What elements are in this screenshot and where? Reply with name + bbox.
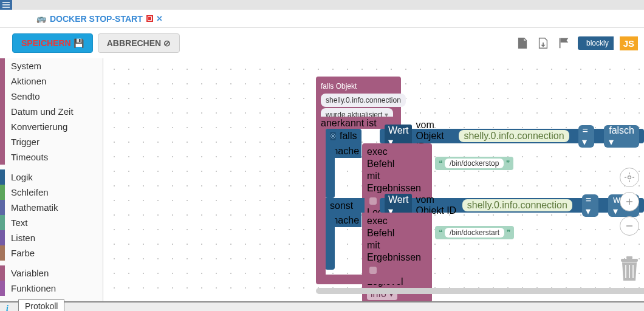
category-color-bar [0,58,5,73]
svg-point-0 [332,135,334,137]
svg-rect-2 [621,259,638,262]
zoom-out-button[interactable] [620,216,639,236]
category-label: Schleifen [11,187,49,197]
flag-icon[interactable] [557,36,570,50]
bus-icon: 🚌 [36,14,46,23]
category-label: Sendto [11,91,40,101]
svg-rect-3 [626,256,632,259]
category-label: Konvertierung [11,121,67,132]
block-else-if[interactable]: sonst falls [325,198,365,213]
info-icon[interactable]: i [6,304,9,311]
import-icon[interactable] [536,36,550,50]
category-color-bar [0,265,5,281]
category-item[interactable]: Timeouts [0,149,103,165]
close-icon[interactable]: × [157,13,162,24]
category-label: Farbe [11,248,35,258]
category-label: Aktionen [11,76,46,86]
block-condition-1[interactable]: Wert vom Objekt ID shelly.0.info.connect… [380,129,644,143]
category-item[interactable]: Funktionen [0,281,103,296]
category-item[interactable]: Schleifen [0,185,103,200]
category-label: Funktionen [11,283,56,293]
category-item[interactable]: Listen [0,230,103,245]
category-item[interactable]: System [0,58,103,73]
category-item[interactable]: Aktionen [0,73,103,89]
category-item[interactable]: Mathematik [0,200,103,215]
category-label: Listen [11,233,35,243]
object-id-pill[interactable]: shelly.0.info.connection [459,130,569,142]
category-item[interactable]: Trigger [0,134,103,149]
category-color-bar [0,104,5,119]
results-checkbox[interactable] [369,197,377,205]
block-text-cmd-2[interactable]: ❝ /bin/dockerstart ❞ [435,226,514,239]
category-color-bar [0,215,5,230]
js-badge[interactable]: JS [620,36,638,50]
save-icon: 💾 [74,38,84,48]
toolbar: SPEICHERN 💾 ABBRECHEN ⊘ blockly JS [0,28,644,58]
category-color-bar [0,134,5,149]
category-color-bar [0,119,5,134]
block-text-cmd-1[interactable]: ❝ /bin/dockerstop ❞ [435,157,513,170]
export-icon[interactable] [516,36,529,50]
category-item[interactable]: Datum und Zeit [0,104,103,119]
compare-op-dropdown[interactable]: = [582,194,598,217]
category-color-bar [0,73,5,89]
category-item[interactable]: Text [0,215,103,230]
category-label: System [11,61,41,71]
block-condition-2[interactable]: Wert vom Objekt ID shelly.0.info.connect… [380,198,644,213]
block-if[interactable]: falls [325,129,361,143]
category-list: SystemAktionenSendtoDatum und ZeitKonver… [0,58,103,301]
category-color-bar [0,89,5,104]
save-button[interactable]: SPEICHERN 💾 [12,33,93,53]
category-label: Trigger [11,137,39,147]
protokoll-tab[interactable]: Protokoll [18,299,64,311]
category-color-bar [0,200,5,215]
category-color-bar [0,230,5,245]
blockly-badge[interactable]: blockly [578,36,614,50]
object-id-pill[interactable]: shelly.0.info.connection [321,94,406,107]
recording-icon [146,15,153,22]
results-checkbox[interactable] [369,267,377,274]
svg-point-1 [628,176,631,179]
zoom-in-button[interactable] [620,192,639,211]
category-label: Text [11,217,28,228]
bottom-bar [0,301,644,311]
category-label: Datum und Zeit [11,106,74,117]
category-color-bar [0,149,5,165]
category-color-bar [0,245,5,261]
trash-icon[interactable] [618,256,640,283]
quote-icon: ❞ [507,228,510,237]
cancel-button[interactable]: ABBRECHEN ⊘ [98,33,180,53]
quote-icon: ❞ [506,159,510,168]
category-label: Logik [11,172,33,182]
category-item[interactable]: Sendto [0,89,103,104]
category-label: Timeouts [11,152,48,162]
compare-op-dropdown[interactable]: = [578,125,594,148]
category-color-bar [0,281,5,296]
bool-dropdown[interactable]: falsch [604,125,639,148]
category-item[interactable]: Konvertierung [0,119,103,134]
category-item[interactable]: Farbe [0,245,103,261]
category-color-bar [0,169,5,185]
quote-icon: ❝ [439,159,442,168]
category-label: Variablen [11,268,49,278]
tab-docker[interactable]: 🚌 DOCKER STOP-START × [36,13,162,24]
category-item[interactable]: Logik [0,169,103,185]
hamburger-menu[interactable] [0,0,12,10]
category-label: Mathematik [11,202,58,213]
horizontal-scrollbar[interactable] [316,288,644,294]
object-id-pill[interactable]: shelly.0.info.connection [462,199,572,211]
center-button[interactable] [620,168,639,187]
cancel-icon: ⊘ [163,38,171,48]
tab-strip: 🚌 DOCKER STOP-START × [0,10,644,28]
quote-icon: ❝ [439,228,442,237]
tab-title: DOCKER STOP-START [50,14,143,24]
category-item[interactable]: Variablen [0,265,103,281]
gear-icon[interactable] [330,132,336,140]
workspace[interactable]: falls Objekt shelly.0.info.connection wu… [103,58,644,301]
category-color-bar [0,185,5,200]
